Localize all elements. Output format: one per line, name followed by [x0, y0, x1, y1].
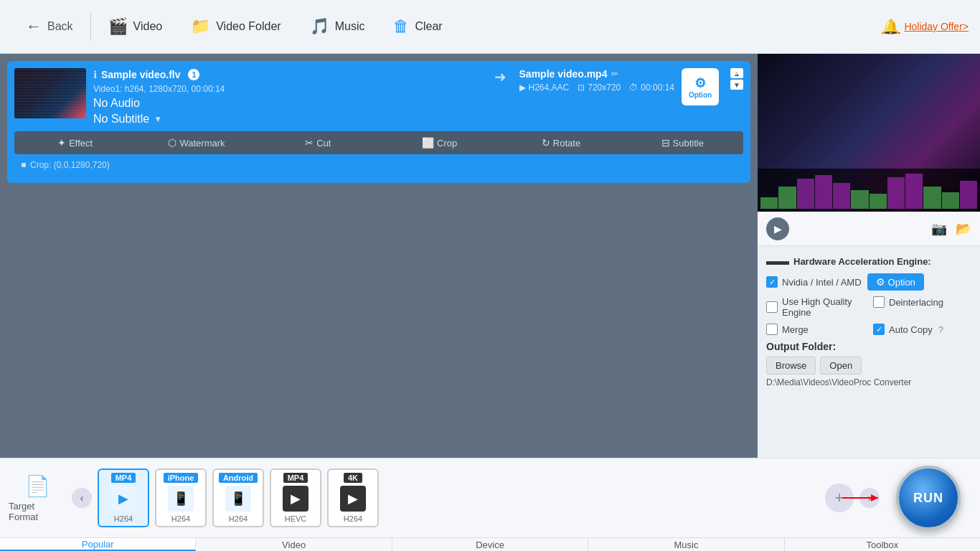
open-button[interactable]: Open — [820, 357, 862, 375]
format-item-iphone[interactable]: iPhone 📱 H264 — [155, 468, 207, 527]
format-item-4k[interactable]: 4K ▶ H264 — [327, 468, 379, 527]
merge-col: Merge — [766, 324, 864, 335]
prev-format-button[interactable]: ‹ — [72, 488, 92, 508]
tab-video[interactable]: Video — [196, 538, 392, 551]
crop-info-text: Crop: (0,0,1280,720) — [30, 160, 110, 170]
holiday-offer-text: Holiday Offer> — [904, 21, 969, 32]
hw-option-button[interactable]: ⚙ Option — [867, 273, 924, 291]
timeline-bar — [923, 187, 941, 209]
video-folder-icon: 📁 — [191, 17, 210, 36]
output-filename-row: Sample video.mp4 ✏ — [519, 68, 674, 80]
codec-icon: ▶ — [519, 83, 526, 93]
nvidia-checkbox[interactable]: ✓ — [766, 276, 778, 288]
help-icon[interactable]: ? — [938, 324, 943, 335]
preview-ctrl-right: 📷 📂 — [931, 221, 971, 237]
close-button[interactable]: ✕ — [734, 65, 743, 79]
watermark-icon: ⬡ — [168, 137, 176, 149]
tab-rotate[interactable]: ↻ Rotate — [500, 131, 621, 154]
format-badge-4k: 4K — [344, 473, 362, 483]
folder-open-icon[interactable]: 📂 — [956, 221, 971, 237]
target-format-text: Target Format — [9, 501, 66, 522]
resolution-icon: ⊡ — [578, 83, 585, 93]
format-item-mp4-h264[interactable]: MP4 ▶ H264 — [98, 468, 149, 527]
timeline-bar — [905, 174, 923, 209]
preview-controls: ▶ 📷 📂 — [758, 212, 980, 246]
merge-checkbox-item: Merge — [766, 324, 864, 335]
merge-checkbox[interactable] — [766, 324, 778, 335]
codec-label: Option — [689, 91, 712, 99]
crop-label: Crop — [437, 138, 457, 149]
format-sub-iphone: H264 — [171, 514, 190, 523]
tab-effect[interactable]: ✦ Effect — [14, 131, 136, 154]
folder-path: D:\Media\Videos\VideoProc Converter — [766, 377, 971, 387]
format-icon-mp4: ▶ — [110, 486, 136, 512]
music-label: Music — [335, 20, 365, 33]
divider-1 — [90, 12, 91, 41]
duration-spec: ⏱ 00:00:14 — [629, 83, 674, 93]
preview-area — [758, 54, 980, 212]
tab-crop[interactable]: ⬜ Crop — [379, 131, 500, 154]
format-sub-android: H264 — [229, 514, 248, 523]
watermark-label: Watermark — [179, 138, 225, 149]
scroll-down-button[interactable]: ▼ — [730, 80, 743, 90]
rotate-label: Rotate — [553, 138, 580, 149]
deinterlacing-checkbox[interactable] — [873, 296, 885, 308]
nvidia-label: Nvidia / Intel / AMD — [782, 277, 862, 288]
auto-copy-col: ✓ Auto Copy ? — [873, 324, 971, 335]
back-button[interactable]: ← Back — [11, 0, 88, 53]
output-folder-title: Output Folder: — [766, 341, 971, 352]
format-item-android[interactable]: Android 📱 H264 — [212, 468, 264, 527]
tab-cut[interactable]: ✂ Cut — [258, 131, 379, 154]
format-item-mp4-hevc[interactable]: MP4 ▶ HEVC — [270, 468, 321, 527]
preview-image — [758, 54, 980, 212]
codec-option-button[interactable]: ⚙ Option — [682, 68, 719, 105]
play-icon: ▶ — [774, 223, 782, 235]
nvidia-checkbox-item: ✓ Nvidia / Intel / AMD — [766, 276, 862, 288]
screenshot-icon[interactable]: 📷 — [931, 221, 947, 237]
tab-subtitle[interactable]: ⊟ Subtitle — [622, 131, 743, 154]
rotate-icon: ↻ — [542, 137, 550, 149]
subtitle-dropdown-icon[interactable]: ▼ — [154, 114, 162, 124]
edit-filename-icon[interactable]: ✏ — [611, 69, 618, 79]
tab-toolbox[interactable]: Toolbox — [785, 538, 980, 551]
video-button[interactable]: 🎬 Video — [94, 0, 177, 53]
video-thumbnail — [14, 68, 86, 118]
holiday-offer-link[interactable]: 🔔 Holiday Offer> — [882, 18, 969, 35]
timeline-bars — [758, 169, 980, 212]
target-format-icon: 📄 — [25, 474, 50, 498]
option-label: Option — [888, 277, 915, 288]
video-folder-label: Video Folder — [216, 20, 281, 33]
deinterlacing-label: Deinterlacing — [889, 297, 943, 308]
timeline-bar — [960, 181, 977, 209]
tab-watermark[interactable]: ⬡ Watermark — [136, 131, 257, 154]
tab-device[interactable]: Device — [392, 538, 588, 551]
run-button[interactable]: RUN — [896, 466, 961, 530]
hw-acceleration-section: ▬▬ Hardware Acceleration Engine: ✓ Nvidi… — [766, 255, 971, 387]
subtitle-label: Subtitle — [673, 138, 704, 149]
format-icon-mp4-hevc: ▶ — [283, 486, 308, 512]
output-specs: ▶ H264,AAC ⊡ 720x720 ⏱ 00:00:14 — [519, 83, 674, 93]
clear-button[interactable]: 🗑 Clear — [379, 0, 456, 53]
duration-value: 00:00:14 — [641, 83, 674, 93]
settings-row-2: Merge ✓ Auto Copy ? — [766, 324, 971, 335]
timeline-bar — [815, 175, 832, 209]
input-filename: Sample video.flv — [101, 69, 180, 80]
resolution-spec: ⊡ 720x720 — [578, 83, 621, 93]
browse-button[interactable]: Browse — [766, 357, 816, 375]
codec-spec: ▶ H264,AAC — [519, 83, 570, 93]
music-button[interactable]: 🎵 Music — [296, 0, 380, 53]
video-folder-button[interactable]: 📁 Video Folder — [176, 0, 295, 53]
number-badge: 1 — [184, 68, 200, 81]
auto-copy-checkbox[interactable]: ✓ — [873, 324, 885, 335]
hw-title-text: Hardware Acceleration Engine: — [793, 256, 931, 267]
high-quality-checkbox[interactable] — [766, 301, 778, 313]
tab-music[interactable]: Music — [588, 538, 784, 551]
video-label: Video — [133, 20, 163, 33]
toolbar: ← Back 🎬 Video 📁 Video Folder 🎵 Music 🗑 … — [0, 0, 980, 54]
tab-popular[interactable]: Popular — [0, 538, 196, 551]
format-icon-android-inner: 📱 — [230, 491, 246, 507]
format-sub-4k: H264 — [344, 514, 362, 523]
convert-arrow-icon: ➜ — [494, 68, 507, 85]
play-button[interactable]: ▶ — [766, 217, 789, 240]
effect-label: Effect — [69, 138, 93, 149]
